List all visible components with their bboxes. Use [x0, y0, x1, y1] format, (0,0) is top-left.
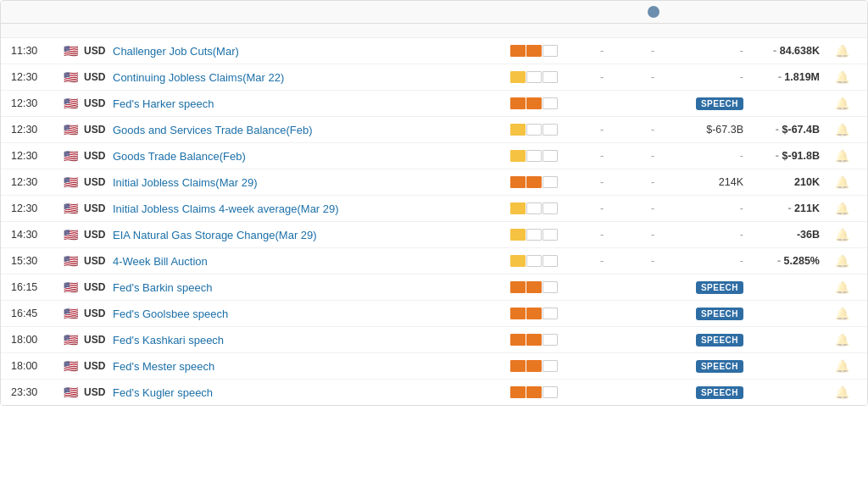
consensus-cell: - [674, 71, 750, 83]
dev-info-icon[interactable] [648, 6, 659, 18]
impact-bar [510, 124, 558, 136]
time-cell: 12:30 [11, 176, 62, 188]
event-name[interactable]: Fed's Goolsbee speech [113, 308, 228, 320]
currency-label: USD [84, 255, 108, 267]
impact-cell [496, 202, 572, 214]
flag-icon: 🇺🇸 [62, 334, 79, 346]
bell-button[interactable]: 🔔 [826, 202, 857, 215]
actual-cell: - [572, 150, 632, 162]
time-cell: 16:45 [11, 308, 62, 319]
impact-cell [496, 71, 572, 83]
bell-button[interactable]: 🔔 [826, 359, 857, 373]
currency-label: USD [84, 176, 108, 188]
impact-cell [496, 255, 572, 267]
event-name[interactable]: Initial Jobless Claims(Mar 29) [113, 176, 258, 189]
bell-button[interactable]: 🔔 [826, 175, 857, 189]
bell-button[interactable]: 🔔 [826, 307, 857, 320]
currency-label: USD [84, 308, 108, 319]
event-cell: 🇺🇸USDFed's Harker speech [62, 97, 496, 110]
event-cell: 🇺🇸USD4-Week Bill Auction [62, 255, 496, 268]
consensus-cell: $-67.3B [674, 124, 750, 136]
rows-container: 11:30🇺🇸USDChallenger Job Cuts(Mar)---- 8… [1, 38, 867, 405]
event-name[interactable]: Fed's Harker speech [113, 97, 214, 110]
dev-cell: - [632, 45, 674, 57]
speech-badge: SPEECH [696, 386, 743, 399]
time-cell: 18:00 [11, 360, 62, 372]
event-name[interactable]: EIA Natural Gas Storage Change(Mar 29) [113, 229, 317, 241]
currency-label: USD [84, 124, 108, 136]
event-cell: 🇺🇸USDGoods Trade Balance(Feb) [62, 150, 496, 163]
event-name[interactable]: 4-Week Bill Auction [113, 255, 208, 268]
impact-bar [510, 202, 558, 214]
event-name[interactable]: Initial Jobless Claims 4-week average(Ma… [113, 202, 339, 215]
consensus-cell: - [674, 202, 750, 214]
flag-icon: 🇺🇸 [62, 176, 79, 188]
speech-badge: SPEECH [696, 360, 743, 373]
speech-badge: SPEECH [696, 97, 743, 110]
flag-icon: 🇺🇸 [62, 360, 79, 372]
dev-cell: - [632, 255, 674, 267]
table-row: 12:30🇺🇸USDGoods and Services Trade Balan… [1, 117, 867, 143]
day-header [1, 24, 867, 38]
bell-button[interactable]: 🔔 [826, 97, 857, 110]
impact-bar [510, 97, 558, 109]
flag-icon: 🇺🇸 [62, 124, 79, 136]
bell-button[interactable]: 🔔 [826, 123, 857, 136]
event-name[interactable]: Continuing Jobless Claims(Mar 22) [113, 71, 284, 84]
currency-label: USD [84, 386, 108, 398]
event-name[interactable]: Fed's Kugler speech [113, 386, 213, 399]
consensus-cell: SPEECH [674, 97, 750, 110]
event-name[interactable]: Fed's Kashkari speech [113, 334, 224, 347]
event-name[interactable]: Challenger Job Cuts(Mar) [113, 45, 239, 58]
event-name[interactable]: Fed's Mester speech [113, 360, 214, 373]
impact-bar [510, 229, 558, 241]
actual-cell: - [572, 71, 632, 83]
event-name[interactable]: Fed's Barkin speech [113, 281, 212, 294]
table-row: 12:30🇺🇸USDGoods Trade Balance(Feb)---- $… [1, 143, 867, 169]
flag-icon: 🇺🇸 [62, 229, 79, 241]
actual-cell: - [572, 45, 632, 57]
table-header [1, 1, 867, 24]
flag-icon: 🇺🇸 [62, 45, 79, 57]
speech-badge: SPEECH [696, 308, 743, 320]
time-cell: 12:30 [11, 97, 62, 109]
event-name[interactable]: Goods Trade Balance(Feb) [113, 150, 246, 163]
consensus-cell: - [674, 229, 750, 241]
time-cell: 11:30 [11, 45, 62, 57]
speech-badge: SPEECH [696, 334, 743, 347]
bell-button[interactable]: 🔔 [826, 280, 857, 294]
currency-label: USD [84, 45, 108, 57]
table-row: 12:30🇺🇸USDInitial Jobless Claims(Mar 29)… [1, 169, 867, 196]
dev-cell: - [632, 202, 674, 214]
table-row: 12:30🇺🇸USDFed's Harker speechSPEECH🔔 [1, 91, 867, 117]
impact-bar [510, 150, 558, 162]
impact-cell [496, 308, 572, 319]
event-name[interactable]: Goods and Services Trade Balance(Feb) [113, 124, 313, 136]
flag-icon: 🇺🇸 [62, 281, 79, 293]
bell-button[interactable]: 🔔 [826, 385, 857, 399]
time-cell: 16:15 [11, 281, 62, 293]
time-cell: 23:30 [11, 386, 62, 398]
bell-button[interactable]: 🔔 [826, 44, 857, 58]
currency-label: USD [84, 281, 108, 293]
impact-cell [496, 45, 572, 57]
flag-icon: 🇺🇸 [62, 71, 79, 83]
economic-calendar-table: 11:30🇺🇸USDChallenger Job Cuts(Mar)---- 8… [0, 0, 868, 406]
impact-cell [496, 386, 572, 398]
event-cell: 🇺🇸USDFed's Mester speech [62, 360, 496, 373]
flag-icon: 🇺🇸 [62, 97, 79, 109]
bell-button[interactable]: 🔔 [826, 333, 857, 347]
bell-button[interactable]: 🔔 [826, 254, 857, 268]
event-cell: 🇺🇸USDFed's Kugler speech [62, 386, 496, 399]
impact-cell [496, 150, 572, 162]
event-cell: 🇺🇸USDContinuing Jobless Claims(Mar 22) [62, 71, 496, 84]
event-cell: 🇺🇸USDInitial Jobless Claims(Mar 29) [62, 176, 496, 189]
time-cell: 15:30 [11, 255, 62, 267]
bell-button[interactable]: 🔔 [826, 70, 857, 84]
bell-button[interactable]: 🔔 [826, 149, 857, 163]
bell-button[interactable]: 🔔 [826, 228, 857, 241]
flag-icon: 🇺🇸 [62, 386, 79, 398]
speech-badge: SPEECH [696, 281, 743, 294]
dev-cell: - [632, 124, 674, 136]
impact-bar [510, 45, 558, 57]
